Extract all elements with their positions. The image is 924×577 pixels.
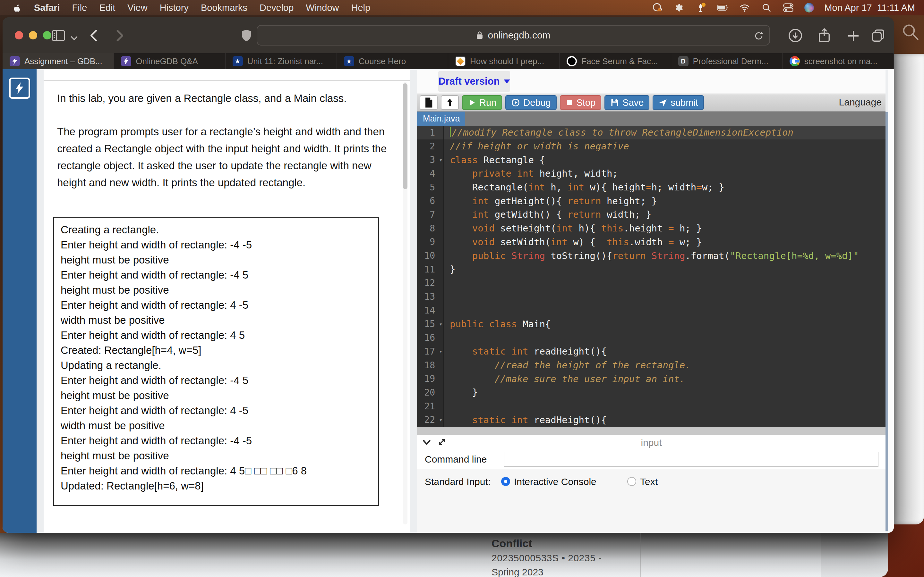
downloads-button-icon[interactable] xyxy=(788,28,803,43)
window-minimize-button[interactable] xyxy=(29,31,37,39)
code-line-2[interactable]: 2//if height or width is negative xyxy=(417,139,885,153)
code-line-15[interactable]: 15▾public class Main{ xyxy=(417,318,885,331)
menu-edit[interactable]: Edit xyxy=(99,3,115,13)
menu-safari[interactable]: Safari xyxy=(34,3,60,13)
code-line-6[interactable]: 6 int getHeight(){ return height; } xyxy=(417,194,885,208)
tab-6[interactable]: Face Serum & Fac... xyxy=(559,53,671,69)
save-button[interactable]: Save xyxy=(604,95,649,110)
assignment-panel: In this lab, you are given a Rectangle c… xyxy=(44,69,410,533)
code-line-18[interactable]: 18 //read the height of the rectangle. xyxy=(417,358,885,372)
command-line-input[interactable] xyxy=(504,452,879,467)
tab-8[interactable]: screenshot on ma... xyxy=(782,53,894,69)
line-number: 22▾ xyxy=(417,413,444,427)
app-shell-icon[interactable] xyxy=(674,2,685,13)
code-line-17[interactable]: 17▾ static int readHeight(){ xyxy=(417,345,885,358)
code-line-1[interactable]: 1//modify Rectangle class to throw Recta… xyxy=(417,126,885,139)
code-line-8[interactable]: 8 void setHeight(int h){ this.height = h… xyxy=(417,221,885,235)
sidebar-chevron-icon[interactable] xyxy=(71,36,78,40)
tab-overview-button-icon[interactable] xyxy=(871,28,885,43)
fold-arrow-icon[interactable]: ▾ xyxy=(439,417,443,423)
stop-button[interactable]: Stop xyxy=(560,95,602,110)
window-zoom-button[interactable] xyxy=(43,31,51,39)
ide-scrollbar[interactable] xyxy=(885,112,888,531)
menu-help[interactable]: Help xyxy=(351,3,371,13)
code-line-7[interactable]: 7 int getWidth() { return width; } xyxy=(417,208,885,221)
spotlight-search-icon[interactable] xyxy=(761,2,772,13)
radio-interactive-console[interactable] xyxy=(501,477,510,486)
tab-label: Face Serum & Fac... xyxy=(582,56,658,66)
menu-view[interactable]: View xyxy=(128,3,147,13)
new-file-button[interactable] xyxy=(420,95,438,110)
code-line-4[interactable]: 4 private int height, width; xyxy=(417,167,885,181)
run-button[interactable]: Run xyxy=(462,95,502,110)
onlinegdb-ide: Draft version Run xyxy=(417,69,885,533)
background-course-title: Conflict xyxy=(491,537,532,550)
bolt-tile[interactable] xyxy=(9,77,30,99)
code-line-16[interactable]: 16 xyxy=(417,331,885,345)
code-line-12[interactable]: 12 xyxy=(417,276,885,290)
doc-scrollbar[interactable] xyxy=(403,82,407,524)
tab-7[interactable]: DProfessional Derm... xyxy=(671,53,782,69)
submit-button[interactable]: submit xyxy=(653,95,704,110)
panel-splitter[interactable] xyxy=(417,427,885,435)
window-close-button[interactable] xyxy=(15,31,23,39)
code-line-21[interactable]: 21 xyxy=(417,400,885,413)
code-line-13[interactable]: 13 xyxy=(417,290,885,303)
radio-label-text[interactable]: Text xyxy=(640,476,658,487)
language-label[interactable]: Language xyxy=(839,97,882,108)
menu-window[interactable]: Window xyxy=(306,3,339,13)
fold-arrow-icon[interactable]: ▾ xyxy=(439,348,443,355)
notification-lamp-icon[interactable] xyxy=(695,2,707,13)
code-editor[interactable]: 1//modify Rectangle class to throw Recta… xyxy=(417,126,885,427)
app-badge-warning-icon[interactable] xyxy=(652,2,663,13)
code-line-10[interactable]: 10 public String toString(){return Strin… xyxy=(417,249,885,263)
tab-5[interactable]: How should I prep... xyxy=(448,53,559,69)
code-line-14[interactable]: 14 xyxy=(417,303,885,318)
new-tab-button-icon[interactable] xyxy=(847,29,860,42)
tab-3[interactable]: ★Unit 11: Zionist nar... xyxy=(226,53,337,69)
menu-develop[interactable]: Develop xyxy=(260,3,294,13)
code-line-20[interactable]: 20 } xyxy=(417,386,885,400)
version-dropdown-button[interactable]: Draft version xyxy=(438,71,510,92)
reload-icon[interactable] xyxy=(753,30,764,42)
tab-4[interactable]: ★Course Hero xyxy=(337,53,448,69)
upload-button[interactable] xyxy=(441,95,459,110)
share-button-icon[interactable] xyxy=(817,27,831,44)
code-line-22[interactable]: 22▾ static int readHeight(){ xyxy=(417,413,885,427)
menu-bookmarks[interactable]: Bookmarks xyxy=(201,3,247,13)
menu-file[interactable]: File xyxy=(72,3,87,13)
tab-1[interactable]: Assignment – GDB... xyxy=(3,53,114,69)
line-number: 3▾ xyxy=(417,153,444,167)
wifi-icon[interactable] xyxy=(739,2,750,13)
submit-label: submit xyxy=(670,97,698,108)
assignment-paragraph: The program prompts user for a rectangle… xyxy=(57,123,399,191)
tab-label: How should I prep... xyxy=(470,56,544,66)
privacy-shield-icon[interactable] xyxy=(241,29,252,42)
control-center-icon[interactable] xyxy=(782,2,794,13)
code-line-9[interactable]: 9 void setWidth(int w) { this.width = w;… xyxy=(417,235,885,249)
address-bar[interactable]: onlinegdb.com xyxy=(257,25,770,45)
code-line-3[interactable]: 3▾class Rectangle { xyxy=(417,153,885,167)
bolt-icon xyxy=(14,82,25,95)
background-window-bottom: Conflict 20235000533S • 20235 - Spring 2… xyxy=(0,533,888,577)
menu-clock[interactable]: Mon Apr 17 11:11 AM xyxy=(824,3,915,13)
fold-arrow-icon[interactable]: ▾ xyxy=(439,157,443,163)
code-line-11[interactable]: 11} xyxy=(417,263,885,276)
back-button-icon[interactable] xyxy=(89,29,99,42)
file-tab-main-java[interactable]: Main.java xyxy=(417,111,465,126)
line-number: 17▾ xyxy=(417,345,444,358)
apple-menu-icon[interactable] xyxy=(12,3,22,13)
code-line-19[interactable]: 19 //make sure the user input an int. xyxy=(417,372,885,386)
code-line-5[interactable]: 5 Rectangle(int h, int w){ height=h; wid… xyxy=(417,181,885,194)
radio-label-interactive-console[interactable]: Interactive Console xyxy=(514,476,596,487)
fold-arrow-icon[interactable]: ▾ xyxy=(439,321,443,327)
tab-2[interactable]: OnlineGDB Q&A xyxy=(114,53,225,69)
doc-scrollbar-thumb[interactable] xyxy=(403,83,407,189)
battery-icon[interactable] xyxy=(717,2,729,13)
radio-text[interactable] xyxy=(627,477,636,486)
forward-button-icon[interactable] xyxy=(114,29,125,42)
menu-history[interactable]: History xyxy=(160,3,189,13)
siri-icon[interactable] xyxy=(804,3,814,13)
sidebar-toggle-icon[interactable] xyxy=(51,29,65,42)
debug-button[interactable]: Debug xyxy=(505,95,556,110)
